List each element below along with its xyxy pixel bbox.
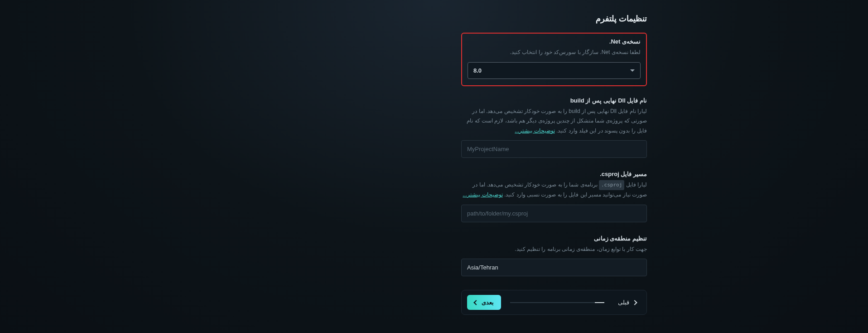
chevron-left-icon (473, 300, 478, 305)
settings-form: تنظیمات پلتفرم نسخه‌ی Net. لطفا نسخه‌ی N… (461, 14, 647, 333)
timezone-group: تنظیم منطقه‌ی زمانی جهت کار با توابع زما… (461, 235, 647, 277)
next-label: بعدی (482, 299, 494, 306)
csproj-code-chip: .csproj (599, 180, 624, 190)
net-version-description: لطفا نسخه‌ی Net. سازگار با سورس‌کد خود ر… (468, 48, 641, 58)
dll-desc-text: لیارا نام فایل Dll نهایی پس از build را … (467, 108, 647, 134)
csproj-path-group: مسیر فایل csproj. لیارا فایل .csproj برن… (461, 171, 647, 222)
dll-name-input[interactable] (461, 140, 647, 158)
navigation-bar: قبلی بعدی (461, 290, 647, 315)
next-button[interactable]: بعدی (467, 295, 501, 310)
net-version-select[interactable]: 8.0 (468, 62, 641, 79)
csproj-path-label: مسیر فایل csproj. (461, 171, 647, 177)
dll-name-label: نام فایل Dll نهایی پس از build (461, 97, 647, 104)
csproj-desc-prefix: لیارا فایل (624, 181, 647, 188)
net-version-value: 8.0 (473, 67, 482, 74)
chevron-right-icon (632, 300, 637, 305)
csproj-path-description: لیارا فایل .csproj برنامه‌ی شما را به صو… (461, 180, 647, 200)
chevron-down-icon (630, 69, 635, 72)
timezone-description: جهت کار با توابع زمان، منطقه‌ی زمانی برن… (461, 245, 647, 255)
progress-fill (595, 302, 604, 303)
page-title: تنظیمات پلتفرم (461, 14, 647, 24)
timezone-input[interactable] (461, 259, 647, 276)
csproj-path-input[interactable] (461, 205, 647, 222)
dll-name-description: لیارا نام فایل Dll نهایی پس از build را … (461, 107, 647, 136)
prev-label: قبلی (618, 299, 629, 306)
progress-indicator (510, 302, 604, 303)
net-version-label: نسخه‌ی Net. (468, 38, 641, 45)
timezone-label: تنظیم منطقه‌ی زمانی (461, 235, 647, 242)
prev-button[interactable]: قبلی (613, 296, 641, 309)
csproj-more-link[interactable]: توضیحات بیشتر... (463, 191, 502, 198)
dll-name-group: نام فایل Dll نهایی پس از build لیارا نام… (461, 97, 647, 158)
dll-more-link[interactable]: توضیحات بیشتر... (515, 127, 555, 134)
net-version-group: نسخه‌ی Net. لطفا نسخه‌ی Net. سازگار با س… (461, 33, 647, 86)
progress-track (510, 302, 604, 303)
